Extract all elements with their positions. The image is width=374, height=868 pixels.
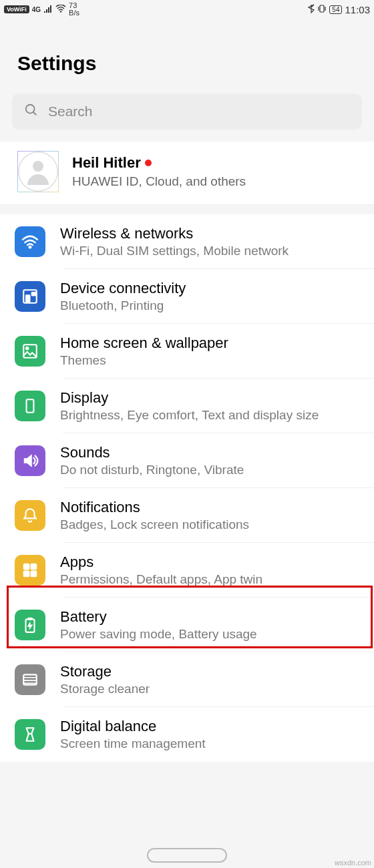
account-row[interactable]: Heil Hitler HUAWEI ID, Cloud, and others [0,142,374,205]
battery-icon [15,610,45,640]
wifi-icon [55,5,66,15]
svg-rect-1 [320,5,324,12]
item-text: DisplayBrightness, Eye comfort, Text and… [60,389,362,423]
item-title: Apps [60,554,362,571]
vowifi-badge: VoWiFi [4,5,29,13]
settings-item-sound[interactable]: SoundsDo not disturb, Ringtone, Vibrate [0,433,374,488]
item-subtitle: Power saving mode, Battery usage [60,627,362,642]
svg-rect-14 [31,571,37,577]
svg-rect-16 [28,618,33,620]
item-title: Sounds [60,444,362,461]
bell-icon [15,500,45,531]
status-bar: VoWiFi 4G 73 B/s 54 11:03 [0,0,374,19]
item-title: Digital balance [60,718,362,735]
settings-item-bell[interactable]: NotificationsBadges, Lock screen notific… [0,488,374,543]
search-placeholder: Search [48,103,93,120]
nav-pill[interactable] [147,848,227,863]
clock: 11:03 [345,4,370,15]
settings-item-connect[interactable]: Device connectivityBluetooth, Printing [0,269,374,324]
item-subtitle: Badges, Lock screen notifications [60,517,362,532]
vibrate-icon [317,4,327,15]
item-title: Device connectivity [60,280,362,297]
bluetooth-icon [308,4,315,15]
battery-indicator: 54 [329,5,342,14]
svg-rect-10 [27,399,34,413]
item-subtitle: Wi-Fi, Dual SIM settings, Mobile network [60,244,362,258]
account-text: Heil Hitler HUAWEI ID, Cloud, and others [72,154,362,189]
settings-item-wifi[interactable]: Wireless & networksWi-Fi, Dual SIM setti… [0,214,374,269]
data-speed: 73 B/s [69,2,79,17]
item-text: StorageStorage cleaner [60,663,362,696]
svg-point-4 [29,246,31,248]
wifi-icon [15,226,45,257]
item-text: NotificationsBadges, Lock screen notific… [60,499,362,532]
item-subtitle: Bluetooth, Printing [60,298,362,313]
settings-list: Wireless & networksWi-Fi, Dual SIM setti… [0,214,374,762]
balance-icon [15,719,45,750]
settings-item-apps[interactable]: AppsPermissions, Default apps, App twin [0,543,374,598]
search-icon [24,103,39,120]
settings-item-storage[interactable]: StorageStorage cleaner [0,652,374,707]
settings-item-image[interactable]: Home screen & wallpaperThemes [0,324,374,379]
svg-rect-13 [23,571,29,577]
sound-icon [15,445,45,476]
svg-point-2 [26,105,35,114]
svg-point-9 [26,347,29,350]
item-text: Wireless & networksWi-Fi, Dual SIM setti… [60,225,362,258]
apps-icon [15,555,45,586]
item-text: Device connectivityBluetooth, Printing [60,280,362,313]
svg-point-0 [60,11,61,12]
svg-rect-11 [23,564,29,570]
item-title: Notifications [60,499,362,516]
item-title: Wireless & networks [60,225,362,242]
item-subtitle: Permissions, Default apps, App twin [60,572,362,587]
settings-item-battery[interactable]: BatteryPower saving mode, Battery usage [0,598,374,652]
item-title: Storage [60,663,362,680]
search-input[interactable]: Search [12,93,362,130]
signal-bars-icon [43,5,53,15]
item-text: AppsPermissions, Default apps, App twin [60,554,362,587]
svg-rect-12 [31,564,37,570]
image-icon [15,336,45,367]
item-subtitle: Storage cleaner [60,682,362,696]
avatar [17,151,59,192]
svg-point-3 [33,161,43,172]
item-title: Battery [60,608,362,626]
settings-item-display[interactable]: DisplayBrightness, Eye comfort, Text and… [0,379,374,433]
avatar-icon [22,156,54,188]
item-subtitle: Brightness, Eye comfort, Text and displa… [60,408,362,423]
account-name: Heil Hitler [72,154,362,172]
display-icon [15,391,45,421]
item-subtitle: Themes [60,353,362,368]
item-text: Home screen & wallpaperThemes [60,335,362,368]
connect-icon [15,281,45,312]
storage-icon [15,664,45,695]
settings-item-balance[interactable]: Digital balanceScreen time management [0,707,374,762]
item-title: Display [60,389,362,407]
network-type: 4G [32,6,41,13]
item-title: Home screen & wallpaper [60,335,362,352]
notification-dot [145,160,152,166]
svg-rect-7 [31,292,35,296]
item-text: BatteryPower saving mode, Battery usage [60,608,362,642]
watermark: wsxdn.com [335,859,371,867]
item-subtitle: Do not disturb, Ringtone, Vibrate [60,463,362,477]
status-right: 54 11:03 [308,4,370,15]
item-text: SoundsDo not disturb, Ringtone, Vibrate [60,444,362,477]
status-left: VoWiFi 4G 73 B/s [4,2,79,17]
item-text: Digital balanceScreen time management [60,718,362,751]
account-subtitle: HUAWEI ID, Cloud, and others [72,174,362,189]
item-subtitle: Screen time management [60,736,362,751]
svg-rect-6 [26,295,31,302]
page-title: Settings [0,19,374,89]
